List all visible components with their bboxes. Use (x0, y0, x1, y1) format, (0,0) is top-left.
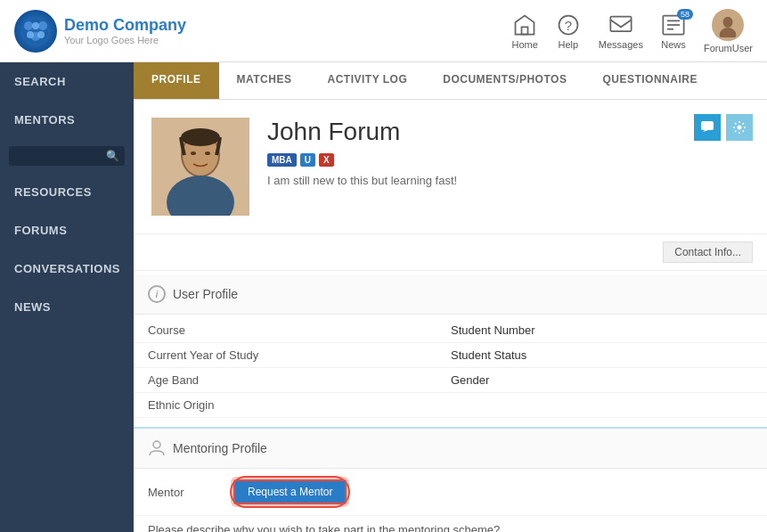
company-name: Demo Company (64, 16, 186, 35)
company-logo-icon (14, 10, 57, 53)
news-badge: 58 (677, 9, 693, 20)
messages-nav-item[interactable]: Messages (599, 12, 643, 50)
svg-rect-25 (701, 121, 714, 130)
svg-point-6 (37, 31, 45, 38)
tab-questionnaire[interactable]: QUESTIONNAIRE (584, 62, 715, 99)
field-label-gender: Gender (451, 373, 753, 387)
company-tagline: Your Logo Goes Here (64, 35, 186, 45)
badge-u: U (300, 153, 315, 167)
field-label-ethnic: Ethnic Origin (148, 398, 451, 412)
svg-point-16 (723, 16, 733, 27)
messages-icon (608, 12, 633, 37)
sidebar-item-conversations[interactable]: CONVERSATIONS (0, 250, 134, 288)
mentoring-person-icon (148, 439, 166, 457)
nav-icons: Home ? Help Messages 58 News (512, 9, 754, 53)
person-icon (148, 439, 166, 457)
settings-action-button[interactable] (726, 114, 753, 141)
home-icon (512, 12, 537, 37)
field-row-age: Age Band Gender (134, 368, 767, 393)
svg-point-4 (32, 22, 39, 29)
sidebar: SEARCH MENTORS 🔍 RESOURCES FORUMS CONVER… (0, 62, 134, 532)
svg-point-22 (191, 151, 196, 155)
main-layout: SEARCH MENTORS 🔍 RESOURCES FORUMS CONVER… (0, 62, 767, 532)
profile-photo (151, 118, 249, 216)
svg-rect-7 (522, 27, 528, 34)
badge-x: X (319, 153, 334, 167)
svg-point-5 (27, 31, 34, 38)
logo-area: Demo Company Your Logo Goes Here (14, 10, 186, 53)
profile-fields: Course Student Number Current Year of St… (134, 315, 767, 422)
svg-text:?: ? (565, 17, 572, 32)
profile-photo-image (151, 118, 249, 216)
field-label-age: Age Band (148, 373, 451, 387)
sidebar-search-area: 🔍 (0, 139, 134, 173)
desc-row-1: Please describe why you wish to take par… (134, 515, 767, 532)
home-nav-item[interactable]: Home (512, 12, 538, 50)
forum-user-nav-item[interactable]: ForumUser (704, 9, 753, 53)
svg-point-24 (181, 128, 220, 146)
svg-point-26 (738, 126, 742, 130)
field-row-ethnic: Ethnic Origin (134, 393, 767, 418)
news-nav-item[interactable]: 58 News (661, 12, 686, 50)
profile-badges: MBA U X (267, 153, 749, 167)
profile-actions (694, 114, 753, 141)
contact-info-button[interactable]: Contact Info... (663, 241, 753, 263)
svg-point-27 (153, 441, 160, 448)
mentor-label: Mentor (148, 486, 219, 499)
svg-point-2 (38, 21, 47, 30)
profile-header: John Forum MBA U X I am still new to thi… (134, 100, 767, 234)
request-mentor-button[interactable]: Request a Mentor (233, 479, 347, 504)
field-row-year: Current Year of Study Student Status (134, 343, 767, 368)
sidebar-item-news[interactable]: NEWS (0, 288, 134, 326)
tab-activity-log[interactable]: ACTIVITY LOG (309, 62, 425, 99)
sidebar-item-search[interactable]: SEARCH (0, 62, 134, 101)
search-icon: 🔍 (106, 150, 119, 162)
news-label: News (661, 39, 686, 50)
forum-user-label: ForumUser (704, 43, 753, 53)
user-profile-title: User Profile (173, 287, 238, 301)
profile-info: John Forum MBA U X I am still new to thi… (267, 118, 749, 187)
logo-text: Demo Company Your Logo Goes Here (64, 16, 186, 45)
tab-profile[interactable]: PROFILE (134, 62, 219, 99)
profile-bio: I am still new to this but learning fast… (267, 174, 749, 187)
content-area: PROFILE MATCHES ACTIVITY LOG DOCUMENTS/P… (134, 62, 767, 532)
user-profile-section-header: i User Profile (134, 274, 767, 315)
profile-name: John Forum (267, 118, 749, 146)
header: Demo Company Your Logo Goes Here Home ? … (0, 0, 767, 62)
contact-info-bar: Contact Info... (134, 234, 767, 271)
profile-content: John Forum MBA U X I am still new to thi… (134, 100, 767, 532)
help-label: Help (559, 39, 579, 50)
messages-label: Messages (599, 39, 643, 50)
svg-point-23 (205, 151, 210, 155)
field-label-year: Current Year of Study (148, 348, 451, 362)
field-row-course: Course Student Number (134, 318, 767, 343)
svg-rect-10 (610, 16, 631, 30)
mentoring-title: Mentoring Profile (173, 441, 267, 455)
settings-icon (732, 120, 747, 135)
avatar (712, 9, 744, 41)
sidebar-item-resources[interactable]: RESOURCES (0, 173, 134, 211)
user-profile-icon: i (148, 285, 166, 303)
sidebar-item-forums[interactable]: FORUMS (0, 211, 134, 250)
mentoring-section-header: Mentoring Profile (134, 429, 767, 469)
badge-mba: MBA (267, 153, 297, 167)
home-label: Home (512, 39, 538, 50)
tab-documents-photos[interactable]: DOCUMENTS/PHOTOS (425, 62, 584, 99)
tab-matches[interactable]: MATCHES (219, 62, 310, 99)
help-nav-item[interactable]: ? Help (556, 12, 581, 50)
user-profile-section: i User Profile Course Student Number Cur… (134, 274, 767, 422)
help-icon: ? (556, 12, 581, 37)
chat-icon (700, 120, 714, 135)
chat-action-button[interactable] (694, 114, 721, 141)
avatar-image (715, 12, 740, 37)
tabs-bar: PROFILE MATCHES ACTIVITY LOG DOCUMENTS/P… (134, 62, 767, 100)
mentor-row: Mentor Request a Mentor (134, 469, 767, 515)
field-label-course: Course (148, 323, 451, 337)
field-label-student-status: Student Status (451, 348, 753, 362)
svg-point-1 (24, 21, 33, 30)
sidebar-item-mentors[interactable]: MENTORS (0, 101, 134, 139)
mentoring-section: Mentoring Profile Mentor Request a Mento… (134, 427, 767, 532)
field-label-student-number: Student Number (451, 323, 753, 337)
field-value-ethnic (451, 398, 753, 412)
request-mentor-ellipse: Request a Mentor (230, 476, 350, 508)
